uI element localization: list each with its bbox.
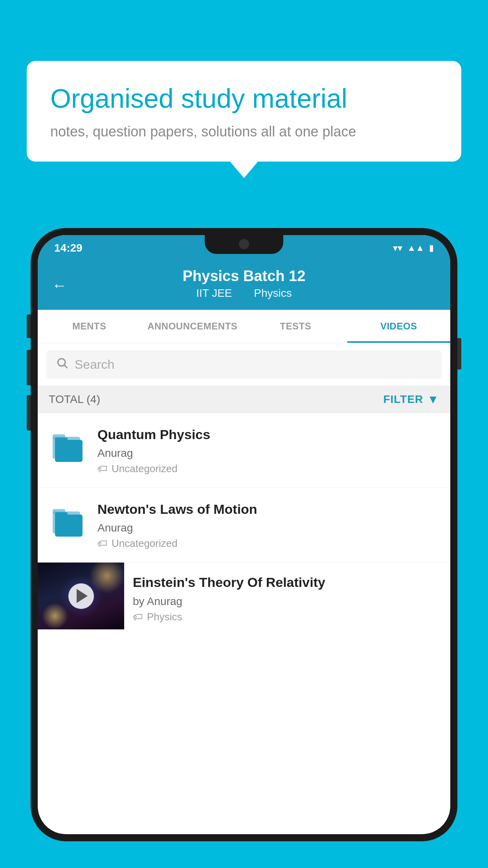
svg-rect-8 [55,515,83,537]
video-info: Quantum Physics Anurag 🏷 Uncategorized [97,426,439,475]
list-item[interactable]: Quantum Physics Anurag 🏷 Uncategorized [38,413,450,488]
video-author: by Anurag [133,595,442,608]
phone-notch [205,235,283,254]
battery-icon: ▮ [429,243,434,253]
tab-tests[interactable]: TESTS [244,310,347,343]
search-icon [56,357,68,372]
bubble-subtitle: notes, question papers, solutions all at… [50,123,438,140]
tab-announcements[interactable]: ANNOUNCEMENTS [141,310,244,343]
search-bar[interactable]: Search [46,350,442,379]
tag-icon: 🏷 [133,611,143,623]
phone-screen: 14:29 ▾▾ ▲▲ ▮ ← Physics Batch 12 IIT JEE… [38,235,450,834]
status-time: 14:29 [54,242,83,254]
video-title: Quantum Physics [97,426,439,443]
wifi-icon: ▾▾ [393,243,402,254]
volume-up-button [27,314,31,338]
video-author: Anurag [97,522,439,534]
filter-button[interactable]: FILTER ▼ [383,393,439,406]
header-physics: Physics [254,287,292,299]
silent-button [27,395,31,430]
svg-point-0 [58,359,65,366]
phone-container: 14:29 ▾▾ ▲▲ ▮ ← Physics Batch 12 IIT JEE… [31,228,457,868]
video-info: Einstein's Theory Of Relativity by Anura… [124,563,450,634]
header-iit-jee: IIT JEE [196,287,232,299]
video-thumbnail [38,563,124,629]
svg-rect-4 [55,440,83,462]
app-header: ← Physics Batch 12 IIT JEE Physics [38,261,450,310]
video-list: Quantum Physics Anurag 🏷 Uncategorized [38,413,450,634]
video-tag: 🏷 Uncategorized [97,537,439,550]
svg-rect-9 [55,512,68,517]
tab-videos[interactable]: VIDEOS [347,310,451,343]
search-input[interactable]: Search [75,357,114,372]
signal-icon: ▲▲ [407,243,424,253]
video-author: Anurag [97,447,439,460]
tab-ments[interactable]: MENTS [38,310,141,343]
play-triangle [77,589,88,603]
tag-label: Physics [147,611,182,623]
tag-icon: 🏷 [97,537,108,550]
list-item[interactable]: Einstein's Theory Of Relativity by Anura… [38,563,450,634]
folder-icon-container [49,426,86,468]
total-count: TOTAL (4) [49,393,100,406]
header-subtitle: IIT JEE Physics [53,287,435,300]
speech-bubble: Organised study material notes, question… [27,61,461,162]
tag-label: Uncategorized [112,463,178,475]
filter-label: FILTER [383,393,423,406]
video-info: Newton's Laws of Motion Anurag 🏷 Uncateg… [97,500,439,550]
video-tag: 🏷 Uncategorized [97,463,439,475]
status-icons: ▾▾ ▲▲ ▮ [393,243,434,254]
front-camera [239,239,249,249]
video-title: Einstein's Theory Of Relativity [133,574,442,591]
list-item[interactable]: Newton's Laws of Motion Anurag 🏷 Uncateg… [38,488,450,563]
phone-outer: 14:29 ▾▾ ▲▲ ▮ ← Physics Batch 12 IIT JEE… [31,228,457,841]
video-tag: 🏷 Physics [133,611,442,623]
folder-icon-container [49,500,86,543]
play-button[interactable] [68,583,94,609]
tag-icon: 🏷 [97,463,108,475]
filter-bar: TOTAL (4) FILTER ▼ [38,386,450,413]
folder-icon [52,430,83,464]
video-title: Newton's Laws of Motion [97,500,439,518]
svg-rect-5 [55,438,68,442]
folder-icon [52,504,83,539]
tag-label: Uncategorized [112,537,178,550]
speech-bubble-container: Organised study material notes, question… [27,61,461,162]
header-title: Physics Batch 12 [53,268,435,285]
power-button [457,338,461,370]
bubble-title: Organised study material [50,83,438,115]
search-container: Search [38,343,450,386]
tabs-container: MENTS ANNOUNCEMENTS TESTS VIDEOS [38,310,450,343]
filter-icon: ▼ [427,393,439,406]
volume-down-button [27,350,31,385]
svg-line-1 [64,365,67,368]
